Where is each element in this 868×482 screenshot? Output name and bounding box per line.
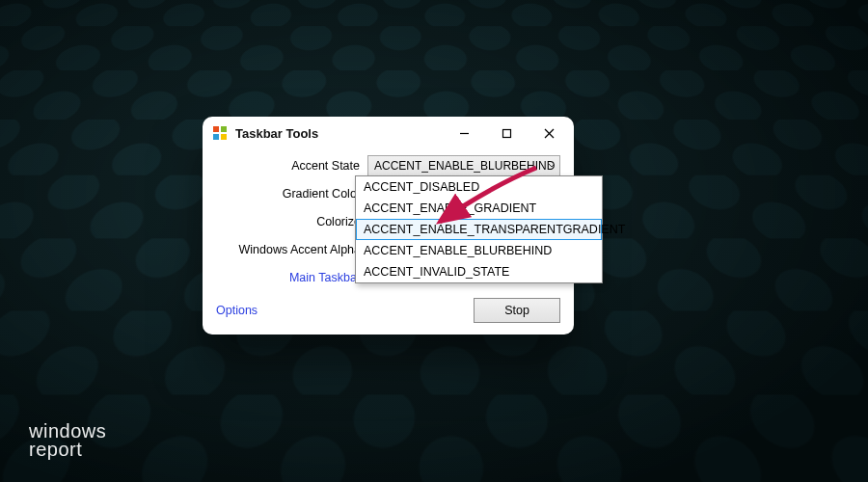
svg-rect-2 — [213, 134, 219, 140]
watermark-logo: windows report — [29, 422, 106, 459]
window-title: Taskbar Tools — [235, 126, 443, 141]
svg-rect-5 — [502, 129, 510, 137]
label-colorize: Colorize — [216, 215, 368, 228]
title-bar[interactable]: Taskbar Tools — [203, 117, 574, 149]
link-options[interactable]: Options — [216, 304, 258, 317]
label-gradient-color: Gradient Color — [216, 187, 368, 201]
window-footer: Options Stop — [216, 294, 560, 323]
link-main-taskbar[interactable]: Main Taskbar — [216, 271, 368, 284]
stop-button[interactable]: Stop — [474, 298, 560, 323]
svg-rect-3 — [221, 134, 227, 140]
app-icon — [212, 125, 228, 141]
window-content: Accent State ACCENT_ENABLE_BLURBEHIND Gr… — [203, 149, 574, 335]
taskbar-tools-window: Taskbar Tools Accent State ACCENT_ENABLE… — [203, 117, 574, 335]
combo-accent-state[interactable]: ACCENT_ENABLE_BLURBEHIND — [367, 155, 560, 176]
label-accent-state: Accent State — [216, 159, 367, 173]
dropdown-option-highlighted[interactable]: ACCENT_ENABLE_TRANSPARENTGRADIENT — [356, 219, 602, 240]
dropdown-option[interactable]: ACCENT_ENABLE_BLURBEHIND — [356, 240, 602, 261]
combo-accent-state-value: ACCENT_ENABLE_BLURBEHIND — [367, 155, 560, 176]
dropdown-option[interactable]: ACCENT_INVALID_STATE — [356, 261, 602, 282]
accent-state-dropdown[interactable]: ACCENT_DISABLED ACCENT_ENABLE_GRADIENT A… — [355, 175, 603, 283]
stop-button-label: Stop — [504, 304, 529, 317]
watermark-line2: report — [29, 441, 106, 459]
dropdown-option[interactable]: ACCENT_ENABLE_GRADIENT — [356, 198, 602, 219]
svg-rect-0 — [213, 126, 219, 132]
svg-rect-1 — [221, 126, 227, 132]
close-button[interactable] — [528, 119, 570, 147]
maximize-button[interactable] — [485, 119, 528, 147]
dropdown-option[interactable]: ACCENT_DISABLED — [356, 176, 602, 198]
minimize-button[interactable] — [443, 119, 485, 147]
label-windows-accent-alpha: Windows Accent Alpha — [216, 243, 368, 256]
